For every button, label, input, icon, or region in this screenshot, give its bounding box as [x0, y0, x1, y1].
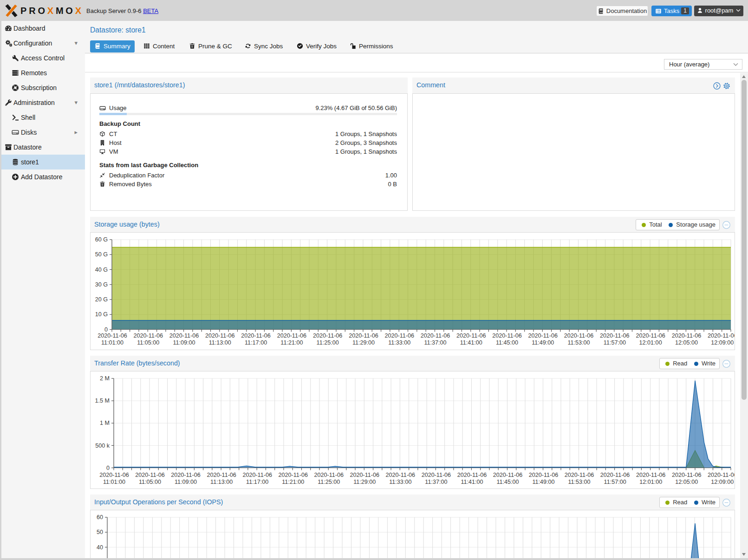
svg-text:11:25:00: 11:25:00 [318, 479, 340, 485]
svg-text:2020-11-06: 2020-11-06 [600, 472, 630, 478]
svg-text:2020-11-06: 2020-11-06 [242, 472, 272, 478]
svg-text:11:29:00: 11:29:00 [352, 339, 375, 346]
svg-text:12:05:00: 12:05:00 [675, 339, 698, 346]
svg-text:2020-11-06: 2020-11-06 [313, 332, 343, 339]
svg-text:500 k: 500 k [95, 443, 110, 449]
svg-text:11:45:00: 11:45:00 [496, 339, 518, 346]
svg-text:11:01:00: 11:01:00 [103, 479, 125, 485]
svg-text:2020-11-06: 2020-11-06 [565, 472, 594, 478]
svg-text:11:01:00: 11:01:00 [101, 339, 124, 346]
svg-text:11:57:00: 11:57:00 [604, 479, 626, 485]
svg-text:2020-11-06: 2020-11-06 [384, 332, 414, 339]
svg-text:2 M: 2 M [100, 375, 110, 382]
svg-text:11:49:00: 11:49:00 [532, 339, 554, 346]
svg-text:11:37:00: 11:37:00 [424, 339, 446, 346]
svg-text:2020-11-06: 2020-11-06 [135, 472, 165, 478]
svg-text:2020-11-06: 2020-11-06 [207, 472, 236, 478]
svg-text:0: 0 [104, 326, 108, 333]
svg-text:2020-11-06: 2020-11-06 [134, 332, 163, 339]
svg-text:60 G: 60 G [95, 236, 108, 243]
svg-text:2020-11-06: 2020-11-06 [492, 332, 522, 339]
svg-text:11:05:00: 11:05:00 [139, 479, 161, 485]
svg-text:10 G: 10 G [95, 311, 108, 318]
svg-text:2020-11-06: 2020-11-06 [350, 472, 380, 478]
svg-text:12:01:00: 12:01:00 [639, 479, 662, 485]
svg-text:11:25:00: 11:25:00 [317, 339, 339, 346]
svg-text:2020-11-06: 2020-11-06 [99, 472, 129, 478]
svg-text:12:09:00: 12:09:00 [711, 479, 734, 485]
svg-text:2020-11-06: 2020-11-06 [205, 332, 235, 339]
svg-text:11:33:00: 11:33:00 [388, 339, 410, 346]
svg-text:2020-11-06: 2020-11-06 [98, 332, 127, 339]
svg-text:2020-11-06: 2020-11-06 [708, 332, 735, 339]
svg-text:11:17:00: 11:17:00 [245, 339, 267, 346]
svg-text:11:49:00: 11:49:00 [532, 479, 554, 485]
svg-text:2020-11-06: 2020-11-06 [169, 332, 199, 339]
svg-text:2020-11-06: 2020-11-06 [314, 472, 344, 478]
svg-text:1.5 M: 1.5 M [95, 397, 110, 404]
svg-text:2020-11-06: 2020-11-06 [277, 332, 307, 339]
svg-text:0: 0 [106, 465, 110, 471]
svg-text:1 M: 1 M [100, 420, 110, 426]
svg-text:11:09:00: 11:09:00 [175, 479, 197, 485]
svg-text:11:33:00: 11:33:00 [389, 479, 411, 485]
svg-text:2020-11-06: 2020-11-06 [636, 472, 666, 478]
svg-text:11:41:00: 11:41:00 [461, 479, 483, 485]
svg-text:11:09:00: 11:09:00 [173, 339, 195, 346]
svg-text:2020-11-06: 2020-11-06 [528, 332, 558, 339]
svg-text:11:53:00: 11:53:00 [568, 479, 591, 485]
svg-text:2020-11-06: 2020-11-06 [421, 332, 450, 339]
svg-text:2020-11-06: 2020-11-06 [349, 332, 378, 339]
svg-text:40 G: 40 G [95, 267, 108, 273]
svg-text:11:17:00: 11:17:00 [246, 479, 268, 485]
svg-text:2020-11-06: 2020-11-06 [672, 472, 702, 478]
svg-text:2020-11-06: 2020-11-06 [457, 472, 487, 478]
svg-text:11:41:00: 11:41:00 [460, 339, 482, 346]
svg-text:11:13:00: 11:13:00 [210, 479, 233, 485]
svg-text:2020-11-06: 2020-11-06 [564, 332, 594, 339]
svg-text:2020-11-06: 2020-11-06 [600, 332, 630, 339]
svg-text:11:53:00: 11:53:00 [568, 339, 590, 346]
svg-text:11:45:00: 11:45:00 [496, 479, 519, 485]
svg-text:12:01:00: 12:01:00 [639, 339, 662, 346]
svg-text:2020-11-06: 2020-11-06 [171, 472, 201, 478]
svg-text:50 G: 50 G [95, 251, 108, 258]
svg-text:2020-11-06: 2020-11-06 [529, 472, 559, 478]
svg-text:50: 50 [97, 529, 103, 535]
svg-text:2020-11-06: 2020-11-06 [636, 332, 665, 339]
svg-text:11:29:00: 11:29:00 [353, 479, 376, 485]
svg-text:2020-11-06: 2020-11-06 [493, 472, 523, 478]
svg-text:2020-11-06: 2020-11-06 [278, 472, 308, 478]
svg-text:11:57:00: 11:57:00 [604, 339, 626, 346]
svg-text:12:05:00: 12:05:00 [675, 479, 698, 485]
svg-text:30 G: 30 G [95, 281, 108, 288]
svg-text:2020-11-06: 2020-11-06 [386, 472, 416, 478]
svg-text:2020-11-06: 2020-11-06 [456, 332, 486, 339]
svg-text:20 G: 20 G [95, 296, 108, 303]
svg-text:2020-11-06: 2020-11-06 [422, 472, 451, 478]
svg-text:11:05:00: 11:05:00 [137, 339, 159, 346]
svg-text:2020-11-06: 2020-11-06 [708, 472, 735, 478]
svg-text:2020-11-06: 2020-11-06 [672, 332, 702, 339]
svg-text:12:09:00: 12:09:00 [711, 339, 734, 346]
svg-text:11:21:00: 11:21:00 [280, 339, 303, 346]
svg-text:11:21:00: 11:21:00 [282, 479, 304, 485]
svg-text:11:13:00: 11:13:00 [209, 339, 231, 346]
svg-text:2020-11-06: 2020-11-06 [241, 332, 271, 339]
svg-text:60: 60 [97, 514, 103, 521]
svg-text:40: 40 [97, 544, 103, 551]
svg-text:11:37:00: 11:37:00 [425, 479, 447, 485]
